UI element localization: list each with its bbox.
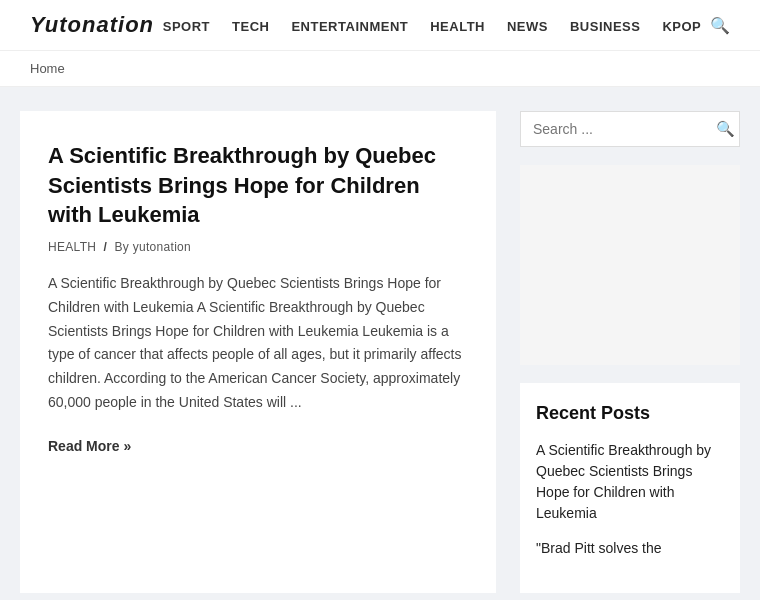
article-title: A Scientific Breakthrough by Quebec Scie…: [48, 141, 468, 230]
nav-item-business[interactable]: BUSINESS: [570, 19, 640, 34]
nav-item-kpop[interactable]: KPOP: [662, 19, 701, 34]
article-meta: HEALTH / By yutonation: [48, 240, 468, 254]
search-box: 🔍: [520, 111, 740, 147]
read-more-link[interactable]: Read More »: [48, 438, 131, 454]
main-content: A Scientific Breakthrough by Quebec Scie…: [0, 87, 760, 600]
nav-item-tech[interactable]: TECH: [232, 19, 269, 34]
breadcrumb-home[interactable]: Home: [30, 61, 65, 76]
site-logo[interactable]: Yutonation: [30, 12, 154, 38]
recent-post-item[interactable]: "Brad Pitt solves the: [536, 538, 724, 559]
recent-posts-section: Recent Posts A Scientific Breakthrough b…: [520, 383, 740, 593]
main-nav: SPORTTECHENTERTAINMENTHEALTHNEWSBUSINESS…: [163, 17, 702, 34]
recent-post-item[interactable]: A Scientific Breakthrough by Quebec Scie…: [536, 440, 724, 524]
article-category[interactable]: HEALTH: [48, 240, 96, 254]
article-card: A Scientific Breakthrough by Quebec Scie…: [20, 111, 496, 593]
article-author: By yutonation: [114, 240, 191, 254]
header: Yutonation SPORTTECHENTERTAINMENTHEALTHN…: [0, 0, 760, 51]
nav-item-entertainment[interactable]: ENTERTAINMENT: [291, 19, 408, 34]
search-button[interactable]: 🔍: [716, 120, 735, 138]
header-search-icon[interactable]: 🔍: [710, 16, 730, 35]
search-input[interactable]: [533, 121, 708, 137]
nav-item-health[interactable]: HEALTH: [430, 19, 485, 34]
ad-placeholder: [520, 165, 740, 365]
nav-item-news[interactable]: NEWS: [507, 19, 548, 34]
sidebar: 🔍 Recent Posts A Scientific Breakthrough…: [520, 111, 740, 593]
recent-posts-title: Recent Posts: [536, 403, 724, 424]
breadcrumb: Home: [0, 51, 760, 87]
nav-item-sport[interactable]: SPORT: [163, 19, 210, 34]
article-excerpt: A Scientific Breakthrough by Quebec Scie…: [48, 272, 468, 415]
